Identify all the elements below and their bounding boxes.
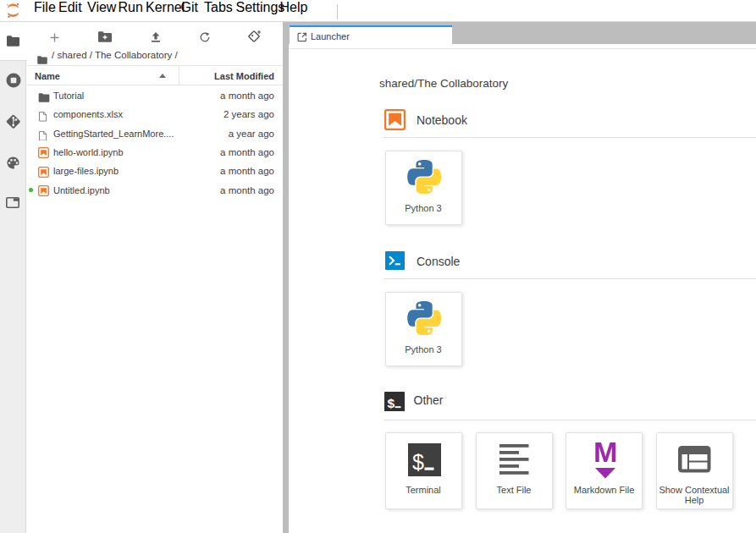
- svg-text:$: $: [412, 450, 424, 474]
- svg-text:M: M: [593, 439, 617, 468]
- svg-text:$: $: [388, 396, 395, 410]
